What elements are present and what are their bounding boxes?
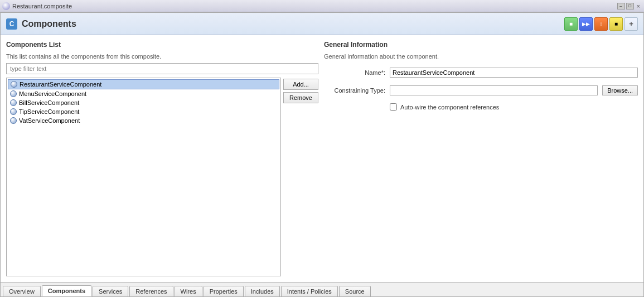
toolbar-green-btn[interactable]: ■	[564, 17, 578, 31]
list-item[interactable]: MenuServiceComponent	[8, 89, 279, 98]
toolbar-plus-btn[interactable]: +	[624, 17, 638, 31]
component-name: BillServiceComponent	[19, 99, 79, 106]
header-title: C Components	[6, 18, 76, 30]
autowire-row: Auto-wire the component references	[390, 103, 638, 111]
content-area: Components List This list contains all t…	[1, 35, 643, 282]
toolbar-arrow-btn[interactable]: ↕	[594, 17, 608, 31]
list-item[interactable]: TipServiceComponent	[8, 107, 279, 116]
list-item[interactable]: VatServiceComponent	[8, 116, 279, 125]
tab-references[interactable]: References	[129, 286, 173, 296]
button-group: Add... Remove	[283, 78, 318, 276]
tab-properties[interactable]: Properties	[204, 286, 244, 296]
tab-includes[interactable]: Includes	[245, 286, 280, 296]
list-item[interactable]: RestaurantServiceComponent	[8, 79, 279, 89]
minimize-btn[interactable]: –	[617, 3, 625, 9]
tab-source[interactable]: Source	[339, 286, 371, 296]
component-icon	[10, 90, 17, 97]
autowire-label: Auto-wire the component references	[400, 104, 499, 111]
section-title: General Information	[324, 41, 638, 49]
left-panel: Components List This list contains all t…	[6, 41, 318, 276]
browse-button[interactable]: Browse...	[602, 85, 638, 95]
tab-wires[interactable]: Wires	[175, 286, 202, 296]
title-bar: Restaurant.composite – □ ×	[0, 0, 644, 12]
title-bar-icon	[2, 2, 10, 10]
title-bar-filename: Restaurant.composite	[12, 3, 617, 9]
main-window: C Components ■ ▶▶ ↕ ■ + Components List	[0, 12, 644, 297]
list-item[interactable]: BillServiceComponent	[8, 98, 279, 107]
add-button[interactable]: Add...	[283, 79, 318, 90]
constraining-type-row: Constraining Type: Browse...	[324, 85, 638, 95]
toolbar-yellow-btn[interactable]: ■	[609, 17, 623, 31]
tab-bar: Overview Components Services References …	[1, 282, 643, 296]
maximize-btn[interactable]: □	[626, 3, 634, 9]
list-container: RestaurantServiceComponent MenuServiceCo…	[6, 78, 318, 276]
name-label: Name*:	[324, 69, 385, 76]
header-toolbar: ■ ▶▶ ↕ ■ +	[564, 17, 638, 31]
constraining-type-label: Constraining Type:	[324, 87, 385, 94]
section-subtitle: General information about the component.	[324, 53, 638, 60]
name-input[interactable]	[390, 68, 638, 78]
component-name: MenuServiceComponent	[19, 90, 86, 97]
components-list-title: Components List	[6, 41, 318, 49]
tab-components[interactable]: Components	[42, 285, 91, 296]
component-icon	[10, 117, 17, 124]
page-title: Components	[22, 19, 76, 29]
tab-intents-policies[interactable]: Intents / Policies	[281, 286, 338, 296]
remove-button[interactable]: Remove	[283, 92, 318, 103]
component-icon	[11, 81, 17, 88]
name-row: Name*:	[324, 68, 638, 78]
header-bar: C Components ■ ▶▶ ↕ ■ +	[1, 13, 643, 35]
component-name: VatServiceComponent	[19, 117, 80, 124]
autowire-checkbox[interactable]	[390, 103, 397, 111]
toolbar-blue-btn[interactable]: ▶▶	[579, 17, 593, 31]
tab-overview[interactable]: Overview	[3, 286, 41, 296]
close-btn[interactable]: ×	[635, 3, 642, 9]
tab-services[interactable]: Services	[93, 286, 128, 296]
constraining-type-input[interactable]	[390, 85, 598, 95]
component-icon	[10, 99, 17, 106]
title-bar-controls: – □ ×	[617, 3, 642, 9]
filter-input[interactable]	[6, 63, 318, 74]
component-icon	[10, 108, 17, 115]
right-panel: General Information General information …	[324, 41, 638, 276]
component-name: TipServiceComponent	[19, 108, 79, 115]
header-icon: C	[6, 18, 17, 30]
component-list: RestaurantServiceComponent MenuServiceCo…	[6, 78, 281, 276]
components-list-subtitle: This list contains all the components fr…	[6, 53, 318, 60]
component-name: RestaurantServiceComponent	[20, 81, 101, 88]
